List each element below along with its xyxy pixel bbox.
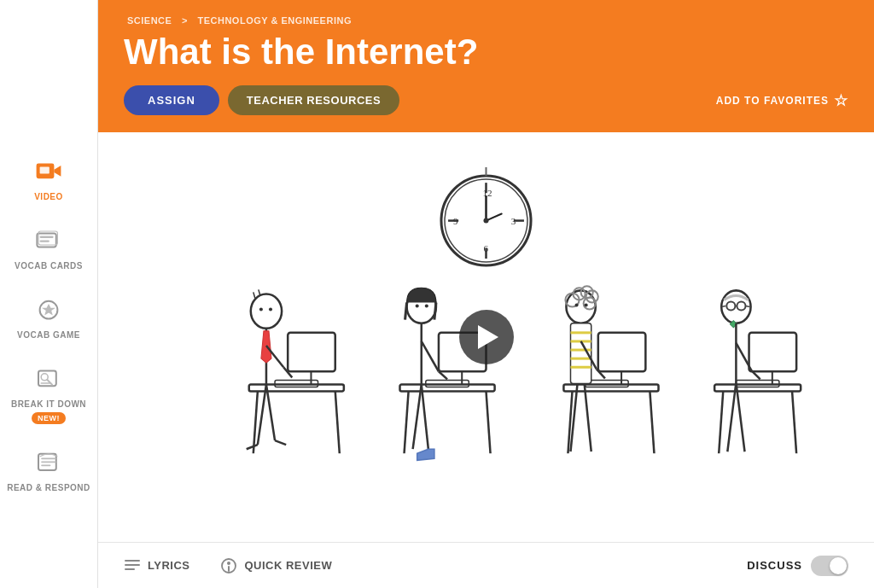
discuss-label: DISCUSS — [747, 559, 802, 572]
star-icon: ☆ — [834, 91, 848, 110]
new-badge: NEW! — [32, 412, 66, 424]
header: SCIENCE > TECHNOLOGY & ENGINEERING What … — [98, 0, 874, 132]
svg-line-98 — [721, 306, 725, 307]
quick-review-icon — [220, 557, 237, 574]
breadcrumb-science: SCIENCE — [127, 15, 172, 26]
sidebar-item-video-label: VIDEO — [34, 192, 63, 202]
quick-review-label: QUICK REVIEW — [244, 559, 332, 572]
teacher-resources-button[interactable]: TEACHER RESOURCES — [228, 85, 399, 115]
svg-rect-5 — [40, 240, 50, 242]
quick-review-button[interactable]: QUICK REVIEW — [220, 557, 332, 574]
page-title: What is the Internet? — [124, 32, 848, 72]
lyrics-label: LYRICS — [148, 559, 189, 572]
break-it-down-icon — [32, 364, 66, 395]
svg-text:12: 12 — [482, 188, 492, 198]
svg-point-87 — [585, 304, 588, 307]
breadcrumb: SCIENCE > TECHNOLOGY & ENGINEERING — [124, 15, 848, 26]
lyrics-icon — [124, 557, 141, 574]
svg-line-99 — [746, 306, 750, 307]
svg-marker-1 — [54, 166, 61, 177]
content-area: 12 3 6 9 — [98, 132, 874, 588]
video-container[interactable]: 12 3 6 9 — [98, 132, 874, 542]
svg-point-48 — [259, 308, 263, 311]
svg-text:9: 9 — [453, 216, 458, 226]
svg-point-109 — [227, 562, 230, 565]
discuss-group: DISCUSS — [747, 556, 848, 576]
sidebar-item-read-respond[interactable]: READ & RESPOND — [0, 436, 97, 505]
lyrics-button[interactable]: LYRICS — [124, 557, 189, 574]
svg-rect-12 — [40, 382, 51, 384]
sidebar-item-vocab-game[interactable]: VOCAB GAME — [0, 283, 97, 352]
sidebar: VIDEO VOCAB CARDS VOCAB GAME — [0, 0, 98, 588]
toggle-knob — [830, 557, 847, 574]
sidebar-item-break-it-down-label: BREAK IT DOWN — [11, 399, 86, 410]
svg-rect-4 — [40, 236, 54, 238]
svg-text:3: 3 — [511, 216, 516, 226]
bottom-bar: LYRICS QUICK REVIEW DISCUSS — [98, 542, 874, 588]
add-favorites-label: ADD TO FAVORITES — [716, 95, 829, 107]
sidebar-item-break-it-down[interactable]: BREAK IT DOWN NEW! — [0, 352, 97, 436]
sidebar-item-video[interactable]: VIDEO — [0, 145, 97, 214]
breadcrumb-tech: TECHNOLOGY & ENGINEERING — [197, 15, 351, 26]
play-button[interactable] — [459, 310, 514, 364]
breadcrumb-separator: > — [182, 15, 188, 26]
discuss-toggle[interactable] — [811, 556, 848, 576]
main-content: SCIENCE > TECHNOLOGY & ENGINEERING What … — [98, 0, 874, 588]
svg-point-49 — [269, 308, 272, 311]
assign-button[interactable]: ASSIGN — [124, 85, 219, 115]
sidebar-item-vocab-cards-label: VOCAB CARDS — [15, 261, 83, 271]
header-actions: ASSIGN TEACHER RESOURCES ADD TO FAVORITE… — [124, 85, 848, 115]
add-to-favorites-button[interactable]: ADD TO FAVORITES ☆ — [716, 91, 848, 110]
vocab-cards-icon — [32, 226, 66, 257]
svg-point-62 — [416, 305, 419, 308]
video-icon — [32, 157, 66, 188]
svg-text:6: 6 — [483, 243, 488, 253]
read-respond-icon — [32, 448, 66, 479]
svg-rect-2 — [40, 167, 50, 174]
vocab-game-icon — [32, 295, 66, 326]
button-group: ASSIGN TEACHER RESOURCES — [124, 85, 399, 115]
svg-point-63 — [425, 305, 428, 308]
sidebar-item-read-respond-label: READ & RESPOND — [7, 483, 90, 493]
svg-point-86 — [575, 304, 579, 307]
sidebar-item-vocab-cards[interactable]: VOCAB CARDS — [0, 214, 97, 283]
play-triangle-icon — [478, 325, 498, 349]
sidebar-item-vocab-game-label: VOCAB GAME — [17, 330, 80, 341]
svg-point-30 — [483, 218, 488, 224]
svg-marker-8 — [42, 304, 55, 316]
